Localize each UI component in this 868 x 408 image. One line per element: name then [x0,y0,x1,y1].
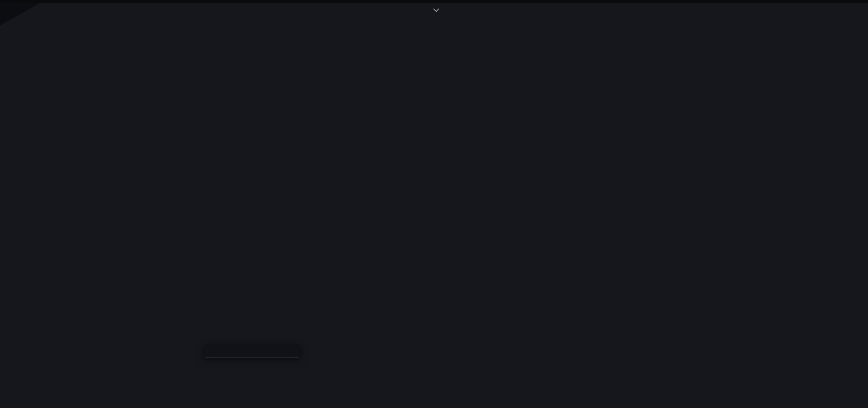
grafana-page [0,0,868,408]
annotation-overlay [0,0,868,408]
chart-tooltip [204,344,300,358]
